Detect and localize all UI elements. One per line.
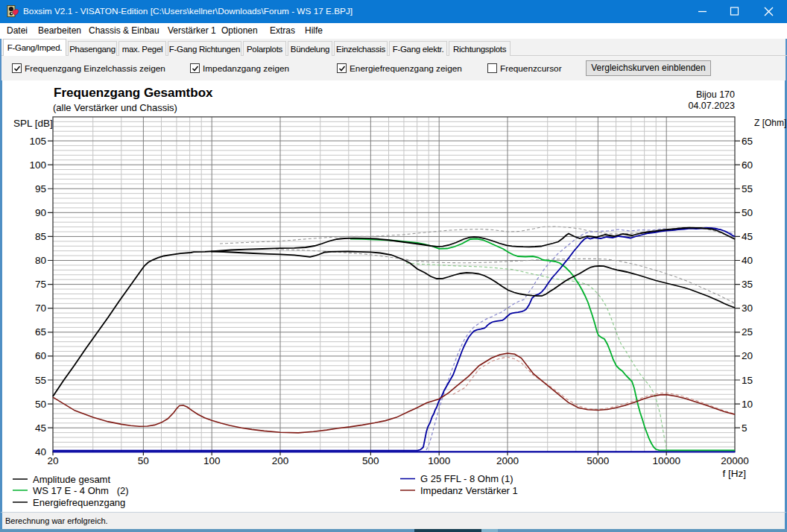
svg-text:G 25 FFL - 8 Ohm (1): G 25 FFL - 8 Ohm (1) [420, 473, 513, 484]
svg-text:90: 90 [35, 207, 46, 218]
svg-text:25: 25 [742, 326, 753, 338]
svg-text:15: 15 [742, 375, 753, 386]
svg-text:85: 85 [35, 231, 46, 242]
svg-text:Z [Ohm]: Z [Ohm] [754, 118, 786, 128]
svg-text:Impedanz Verstärker 1: Impedanz Verstärker 1 [420, 485, 518, 496]
svg-text:Amplitude gesamt: Amplitude gesamt [33, 474, 110, 485]
svg-text:200: 200 [272, 455, 289, 466]
svg-text:75: 75 [35, 279, 46, 290]
svg-text:55: 55 [742, 183, 753, 194]
svg-text:10: 10 [742, 399, 753, 410]
svg-text:20: 20 [47, 455, 58, 466]
svg-text:Bijou 170: Bijou 170 [696, 89, 735, 100]
svg-text:30: 30 [742, 303, 753, 314]
svg-text:500: 500 [362, 455, 379, 466]
svg-text:5000: 5000 [587, 455, 609, 466]
svg-text:50: 50 [138, 455, 149, 466]
svg-text:60: 60 [35, 350, 46, 361]
svg-text:10000: 10000 [652, 455, 680, 466]
svg-text:04.07.2023: 04.07.2023 [688, 101, 735, 111]
svg-text:5: 5 [742, 422, 748, 434]
svg-text:f [Hz]: f [Hz] [722, 468, 746, 479]
svg-text:45: 45 [742, 231, 753, 242]
svg-text:45: 45 [35, 422, 46, 434]
svg-text:55: 55 [35, 375, 46, 386]
svg-text:65: 65 [35, 326, 46, 338]
svg-text:95: 95 [35, 183, 46, 194]
svg-text:WS 17 E - 4 Ohm (2): WS 17 E - 4 Ohm (2) [33, 485, 129, 496]
svg-text:2000: 2000 [496, 455, 519, 466]
svg-text:(alle Verstärker und Chassis): (alle Verstärker und Chassis) [53, 102, 177, 113]
svg-text:50: 50 [742, 207, 753, 218]
svg-text:65: 65 [742, 136, 753, 147]
svg-text:105: 105 [29, 136, 46, 147]
svg-text:20: 20 [742, 350, 753, 361]
svg-text:40: 40 [35, 446, 46, 457]
svg-text:Frequenzgang Gesamtbox: Frequenzgang Gesamtbox [54, 86, 213, 100]
svg-text:40: 40 [742, 255, 753, 266]
svg-text:100: 100 [29, 159, 46, 171]
svg-text:35: 35 [742, 279, 753, 290]
svg-text:50: 50 [35, 399, 46, 410]
svg-text:1000: 1000 [428, 455, 450, 466]
svg-text:SPL [dB]: SPL [dB] [13, 118, 53, 129]
svg-text:80: 80 [35, 255, 46, 266]
svg-text:70: 70 [35, 303, 46, 314]
svg-text:Energiefrequenzgang: Energiefrequenzgang [33, 497, 125, 508]
svg-text:60: 60 [742, 159, 753, 171]
svg-text:20000: 20000 [721, 455, 749, 466]
svg-text:100: 100 [203, 455, 221, 466]
